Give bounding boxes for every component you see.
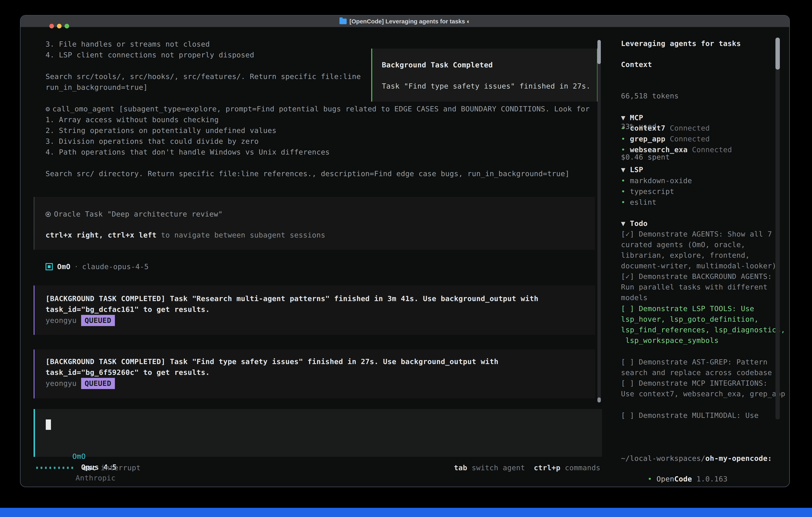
- status-dot-icon: •: [621, 187, 630, 195]
- task-message-meta: yeongyu QUEUED: [46, 378, 115, 389]
- todo-item-pending: [ ] Demonstrate AST-GREP: Patternsearch …: [621, 357, 785, 399]
- session-agent-name: OmO: [57, 261, 70, 272]
- main-scrollbar-end[interactable]: [598, 398, 601, 403]
- input-provider-name: Anthropic: [76, 474, 115, 482]
- status-dot-icon: •: [647, 475, 656, 483]
- todo-line: [ ] Demonstrate MULTIMODAL: Use: [621, 410, 759, 420]
- todo-item-done: [✓] Demonstrate AGENTS: Show all 7curate…: [621, 229, 777, 303]
- spinner-dot-icon: [54, 467, 56, 469]
- spinner-dot-icon: [67, 467, 69, 469]
- task-user: yeongyu: [46, 315, 77, 326]
- sidebar-scrollbar-thumb[interactable]: [776, 37, 780, 70]
- titlebar[interactable]: [OpenCode] Leveraging agents for tasks ◐: [21, 16, 789, 27]
- todo-line: lsp_workspace_symbols: [621, 335, 785, 346]
- esc-key-hint: esc: [83, 464, 96, 472]
- log-line: 3. Division operations that could divide…: [46, 136, 590, 147]
- spinner-dot-icon: [40, 467, 42, 469]
- main-scrollbar[interactable]: [598, 40, 601, 403]
- gear-icon: ⚙: [46, 105, 50, 113]
- statusbar-right: tab switch agent ctrl+p commands: [454, 462, 601, 473]
- task-message-line: [BACKGROUND TASK COMPLETED] Task "Find t…: [46, 356, 498, 367]
- oracle-task-icon: [46, 212, 51, 217]
- notification-title: Background Task Completed: [382, 60, 493, 71]
- background-task-notification: Background Task Completed Task "Find typ…: [371, 49, 598, 102]
- chevron-down-icon: ▼: [621, 113, 630, 122]
- todo-line: [✓] Demonstrate AGENTS: Show all 7: [621, 229, 777, 239]
- mcp-server-name: context7: [630, 124, 665, 132]
- log-line: 3. File handles or streams not closed: [46, 39, 590, 50]
- todo-line: document-writer, multimodal-looker): [621, 261, 777, 271]
- log-line: 2. String operations on potentially unde…: [46, 125, 590, 136]
- ctrlp-key-label: commands: [565, 464, 601, 472]
- text-cursor: [46, 419, 51, 430]
- log-line: [46, 158, 590, 168]
- subagent-session-row[interactable]: OmO · claude-opus-4-5: [46, 261, 149, 272]
- todo-line: Run parallel tasks with different: [621, 282, 777, 292]
- task-completed-message-1: [BACKGROUND TASK COMPLETED] Task "Resear…: [34, 285, 595, 335]
- mcp-section-heading[interactable]: ▼ MCP: [621, 112, 643, 123]
- sidebar-scrollbar[interactable]: [776, 37, 780, 419]
- todo-item-pending: [ ] Demonstrate MULTIMODAL: Use: [621, 410, 759, 420]
- mcp-item: • context7 Connected: [621, 123, 732, 134]
- lsp-list: • markdown-oxide• typescript• eslint: [621, 175, 692, 208]
- todo-line: [ ] Demonstrate AST-GREP: Pattern: [621, 357, 785, 367]
- chevron-down-icon: ▼: [621, 219, 630, 227]
- mcp-server-status: Connected: [688, 145, 732, 154]
- todo-line: lsp_hover, lsp_goto_definition,: [621, 314, 785, 324]
- log-line: 1. Array access without bounds checking: [46, 114, 590, 125]
- task-message-line: [BACKGROUND TASK COMPLETED] Task "Resear…: [46, 293, 539, 304]
- terminal-window: [OpenCode] Leveraging agents for tasks ◐…: [20, 15, 790, 487]
- todo-line: [ ] Demonstrate MCP INTEGRATIONS:: [621, 378, 785, 388]
- folder-icon: [340, 19, 347, 24]
- todo-line: librarian, explore, frontend,: [621, 250, 777, 261]
- todo-line: lsp_find_references, lsp_diagnostics,: [621, 324, 785, 335]
- lsp-section-heading[interactable]: ▼ LSP: [621, 164, 643, 175]
- spinner-dot-icon: [36, 467, 38, 469]
- status-dot-icon: •: [621, 124, 630, 132]
- mcp-server-status: Connected: [665, 135, 710, 143]
- todo-line: search and replace across codebase: [621, 367, 785, 378]
- spinner-dot-icon: [62, 467, 64, 469]
- lsp-item: • typescript: [621, 186, 692, 197]
- todo-line: Use context7, websearch_exa, grep_app: [621, 388, 785, 399]
- main-scrollbar-thumb[interactable]: [598, 40, 601, 64]
- task-completed-message-2: [BACKGROUND TASK COMPLETED] Task "Find t…: [34, 350, 595, 399]
- oracle-task-title: Oracle Task "Deep architecture review": [46, 209, 223, 219]
- todo-line: curated agents (OmO, oracle,: [621, 239, 777, 250]
- spinner-dot-icon: [71, 467, 73, 469]
- log-line: 4. Path operations that don't handle Win…: [46, 147, 590, 158]
- todo-line: models: [621, 292, 777, 303]
- ctrlp-key-hint: ctrl+p: [534, 464, 560, 472]
- task-user: yeongyu: [46, 378, 77, 389]
- todo-line: [✓] Demonstrate BACKGROUND AGENTS:: [621, 271, 777, 282]
- sidebar-session-title: Leveraging agents for tasks: [621, 38, 741, 49]
- mcp-item: • grep_app Connected: [621, 134, 732, 144]
- spinner-dot-icon: [49, 467, 51, 469]
- notification-body: Task "Find type safety issues" finished …: [382, 81, 590, 91]
- todo-line: [ ] Demonstrate LSP TOOLS: Use: [621, 303, 785, 314]
- activity-spinner: [36, 467, 73, 469]
- window-title-text: [OpenCode] Leveraging agents for tasks ◐: [349, 18, 470, 25]
- spinner-dot-icon: [58, 467, 60, 469]
- chevron-down-icon: ▼: [621, 166, 630, 174]
- task-message-line: task_id="bg_dcfac161" to get results.: [46, 304, 210, 315]
- mcp-list: • context7 Connected• grep_app Connected…: [621, 123, 732, 155]
- mcp-server-status: Connected: [665, 124, 710, 132]
- queued-status-badge: QUEUED: [81, 315, 115, 326]
- lsp-item: • markdown-oxide: [621, 175, 692, 186]
- status-dot-icon: •: [621, 135, 630, 143]
- desktop-taskbar-strip: [0, 508, 812, 517]
- todo-section-heading[interactable]: ▼ Todo: [621, 218, 647, 229]
- log-line: ⚙call_omo_agent [subagent_type=explore, …: [46, 104, 590, 114]
- session-separator: ·: [74, 261, 79, 272]
- mcp-item: • websearch_exa Connected: [621, 144, 732, 155]
- queued-status-badge: QUEUED: [81, 378, 115, 389]
- sidebar: Leveraging agents for tasks Context 66,5…: [616, 27, 781, 487]
- statusbar-left: esc interrupt: [36, 462, 141, 473]
- prompt-input[interactable]: OmO Opus 4.5 Anthropic: [34, 409, 602, 457]
- status-dot-icon: •: [621, 145, 630, 154]
- spinner-dot-icon: [45, 467, 47, 469]
- input-agent-name[interactable]: OmO: [72, 452, 86, 460]
- task-message-line: task_id="bg_6f59260c" to get results.: [46, 367, 210, 378]
- lsp-server-name: markdown-oxide: [630, 176, 692, 185]
